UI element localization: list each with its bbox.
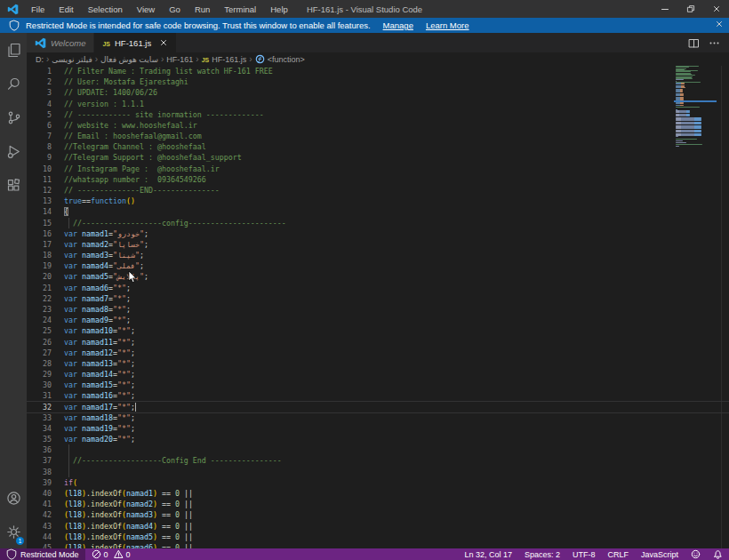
line-number[interactable]: 45 [27,542,52,548]
code-line-35[interactable]: 35var namad20="*"; [27,434,729,444]
code-line-23[interactable]: 23var namad8="*"; [27,304,729,315]
code-line-22[interactable]: 22var namad7="*"; [27,293,729,304]
code-line-18[interactable]: 18var namad3="شپنا"; [27,250,729,260]
line-number[interactable]: 40 [27,488,52,499]
banner-close-icon[interactable] [715,20,724,28]
line-number[interactable]: 33 [27,412,52,423]
line-number[interactable]: 9 [27,152,52,163]
line-number[interactable]: 30 [27,380,52,390]
menu-selection[interactable]: Selection [82,3,129,16]
code-line-40[interactable]: 40(l18).indexOf(namad1) == 0 || [27,488,729,499]
code-line-44[interactable]: 44(l18).indexOf(namad5) == 0 || [27,532,729,542]
breadcrumb-item-function[interactable]: <function> [255,54,305,64]
line-number[interactable]: 29 [27,369,52,380]
line-number[interactable]: 22 [27,293,52,304]
line-number[interactable]: 8 [27,141,52,152]
line-number[interactable]: 6 [27,120,52,131]
code-line-43[interactable]: 43(l18).indexOf(namad4) == 0 || [27,521,729,532]
status-problems[interactable]: 0 0 [85,548,137,560]
activity-explorer-button[interactable] [0,33,27,67]
status-utf-8[interactable]: UTF-8 [566,548,602,560]
line-number[interactable]: 42 [27,509,52,520]
menu-go[interactable]: Go [163,3,187,16]
code-line-29[interactable]: 29var namad14="*"; [27,369,729,380]
code-line-6[interactable]: 6// website : www.hooshefaal.ir [27,120,729,131]
code-editor[interactable]: 1// Filter Name : Trading list watch HF-… [27,66,729,548]
code-line-25[interactable]: 25var namad10="*"; [27,325,729,336]
line-number[interactable]: 44 [27,532,52,542]
window-minimize-button[interactable] [652,0,677,18]
split-editor-icon[interactable] [688,37,700,49]
window-restore-button[interactable] [677,0,703,18]
menu-edit[interactable]: Edit [52,3,79,16]
line-number[interactable]: 36 [27,444,52,455]
code-line-24[interactable]: 24var namad9="*"; [27,315,729,325]
code-line-9[interactable]: 9//Telegram Support : @hooshefaal_suppor… [27,152,729,163]
status-feedback[interactable] [685,548,707,560]
menu-file[interactable]: File [25,3,51,16]
code-line-41[interactable]: 41(l18).indexOf(namad2) == 0 || [27,499,729,509]
line-number[interactable]: 14 [27,206,52,217]
line-number[interactable]: 18 [27,250,52,260]
code-line-5[interactable]: 5// ------------ site inormation -------… [27,109,729,120]
code-line-10[interactable]: 10// Instagram Page : @hooshefaal.ir [27,164,729,174]
code-line-13[interactable]: 13true==function() [27,196,729,206]
code-line-21[interactable]: 21var namad6="*"; [27,283,729,293]
line-number[interactable]: 23 [27,304,52,315]
line-number[interactable]: 16 [27,228,52,239]
breadcrumb-item-hf-161-js[interactable]: JSHF-161.js [202,55,247,64]
line-number[interactable]: 35 [27,434,52,444]
line-number[interactable]: 39 [27,477,52,488]
line-number[interactable]: 3 [27,87,52,98]
line-number[interactable]: 34 [27,423,52,434]
code-line-14[interactable]: 14{ [27,206,729,217]
status-ln-32-col-17[interactable]: Ln 32, Col 17 [458,548,518,560]
status-notifications[interactable] [707,548,729,560]
window-close-button[interactable] [703,0,729,18]
code-line-27[interactable]: 27var namad12="*"; [27,348,729,358]
breadcrumb-item-[interactable]: فیلتر نویسی [52,55,92,64]
code-line-2[interactable]: 2// User: Mostafa Ejarestaghi [27,76,729,87]
menu-help[interactable]: Help [264,3,294,16]
line-number[interactable]: 41 [27,499,52,509]
activity-run-debug-button[interactable] [0,134,27,168]
line-number[interactable]: 4 [27,99,52,109]
code-line-1[interactable]: 1// Filter Name : Trading list watch HF-… [27,66,729,76]
line-number[interactable]: 28 [27,358,52,369]
code-line-38[interactable]: 38 [27,467,729,477]
code-line-8[interactable]: 8//Telegram Channel : @hooshefaal [27,141,729,152]
line-number[interactable]: 26 [27,337,52,348]
code-line-37[interactable]: 37 //------------------Config End ------… [27,455,729,466]
line-number[interactable]: 24 [27,315,52,325]
line-number[interactable]: 7 [27,131,52,141]
code-line-15[interactable]: 15 //------------------config-----------… [27,218,729,228]
line-number[interactable]: 15 [27,218,52,228]
code-line-11[interactable]: 11//whatsapp number : 09364549266 [27,174,729,185]
code-line-42[interactable]: 42(l18).indexOf(namad3) == 0 || [27,509,729,520]
line-number[interactable]: 19 [27,260,52,271]
line-number[interactable]: 37 [27,455,52,466]
code-line-16[interactable]: 16var namad1="خودرو"; [27,228,729,239]
status-spaces-2[interactable]: Spaces: 2 [518,548,566,560]
line-number[interactable]: 5 [27,109,52,120]
menu-run[interactable]: Run [188,3,216,16]
breadcrumb-item-d[interactable]: D: [36,55,44,64]
menu-view[interactable]: View [131,3,161,16]
code-line-39[interactable]: 39if( [27,477,729,488]
code-line-19[interactable]: 19var namad4="فملی"; [27,260,729,271]
manage-link[interactable]: Manage [383,20,413,30]
line-number[interactable]: 27 [27,348,52,358]
menu-terminal[interactable]: Terminal [218,3,262,16]
status-restricted-mode[interactable]: Restricted Mode [0,548,85,560]
code-line-28[interactable]: 28var namad13="*"; [27,358,729,369]
code-line-34[interactable]: 34var namad19="*"; [27,423,729,434]
line-number[interactable]: 17 [27,239,52,250]
code-line-26[interactable]: 26var namad11="*"; [27,337,729,348]
code-line-32[interactable]: 32var namad17="*"; [27,401,729,413]
code-line-3[interactable]: 3// UPDATE: 1400/06/26 [27,87,729,98]
activity-extensions-button[interactable] [0,168,27,202]
activity-account-button[interactable] [0,481,27,515]
line-number[interactable]: 21 [27,283,52,293]
code-line-17[interactable]: 17var namad2="خساپا"; [27,239,729,250]
line-number[interactable]: 13 [27,196,52,206]
